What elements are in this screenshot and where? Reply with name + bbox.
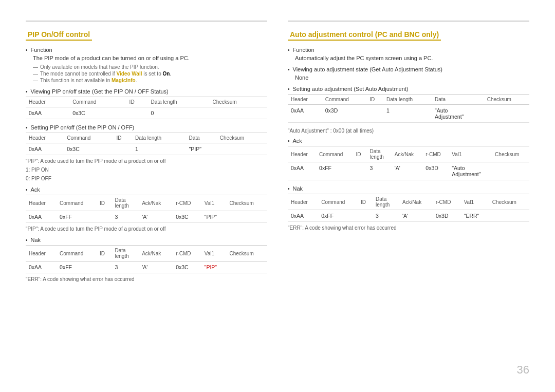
cell-datalength: 0 <box>147 107 209 119</box>
th-data-2: Data <box>186 133 217 143</box>
th-rcmd-r3: r-CMD <box>433 194 461 210</box>
th-checksum-r3: Checksum <box>489 194 529 210</box>
cell-id <box>353 162 367 180</box>
cell-acknak: 'A' <box>139 211 173 223</box>
th-val1-3: Val1 <box>201 195 227 211</box>
th-data-r1: Data <box>432 95 484 105</box>
th-datalength-1: Data length <box>147 97 209 107</box>
ack-bullet: • Ack <box>26 186 267 193</box>
cell-rcmd: 0x3C <box>173 262 201 273</box>
pip-table-2: Header Command ID Data length Data Check… <box>26 133 267 155</box>
th-header-1: Header <box>26 97 69 107</box>
th-id-4: ID <box>97 246 112 262</box>
cell-command: 0x3C <box>69 107 126 119</box>
right-viewing-group: • Viewing auto adjustment state (Get Aut… <box>288 66 529 81</box>
cell-data: "AutoAdjustment" <box>432 105 484 123</box>
th-acknak-r2: Ack/Nak <box>392 146 423 162</box>
bullet-dot-r2: • <box>288 67 290 72</box>
setting-pip-label: Setting PIP on/off (Set the PIP ON / OFF… <box>31 124 135 130</box>
right-ack-group: • Ack Header Command ID Datalength Ack/N… <box>288 138 529 180</box>
note-text-2: The mode cannot be controlled if Video W… <box>40 71 171 77</box>
th-id-3: ID <box>97 195 112 211</box>
th-header-3: Header <box>26 195 57 211</box>
pip-note-2: 1: PIP ON <box>26 167 267 173</box>
th-command-r1: Command <box>322 95 367 105</box>
cell-val1: "PIP" <box>201 211 227 223</box>
right-setting-bullet: • Setting auto adjustment (Set Auto Adju… <box>288 86 529 92</box>
cell-command: 0x3C <box>64 143 113 155</box>
cell-datalength: 3 <box>367 162 392 180</box>
th-data-r2: Datalength <box>367 146 392 162</box>
th-id-r3: ID <box>358 194 373 210</box>
th-val1-r3: Val1 <box>461 194 489 210</box>
auto-note: "Auto Adjustment" : 0x00 (at all times) <box>288 128 529 134</box>
right-ack-bullet: • Ack <box>288 138 529 144</box>
th-data-r3: Datalength <box>373 194 399 210</box>
th-header-r1: Header <box>288 95 322 105</box>
bullet-dot-r1: • <box>288 47 290 53</box>
table-row: 0xAA 0xFF 3 'A' 0x3D "ERR" <box>288 210 529 222</box>
cell-checksum <box>227 262 268 273</box>
auto-table-1: Header Command ID Data length Data Check… <box>288 94 529 123</box>
cell-datalength: 1 <box>132 143 186 155</box>
cell-command: 0xFF <box>318 210 358 222</box>
cell-id <box>97 211 112 223</box>
bullet-dot-r3: • <box>288 86 290 92</box>
th-data-3: Datalength <box>112 195 139 211</box>
cell-datalength: 3 <box>373 210 399 222</box>
viewing-pip-label: Viewing PIP on/off state (Get the PIP ON… <box>31 88 169 95</box>
th-checksum-1: Checksum <box>209 97 267 107</box>
bullet-dot-4: • <box>26 187 28 193</box>
th-command-2: Command <box>64 133 113 143</box>
left-column: PIP On/Off control • Function The PIP mo… <box>26 21 267 287</box>
page-number: 36 <box>517 363 529 377</box>
right-setting-group: • Setting auto adjustment (Set Auto Adju… <box>288 86 529 123</box>
cell-data: "PIP" <box>186 143 217 155</box>
cell-id <box>126 107 148 119</box>
th-command-r3: Command <box>318 194 358 210</box>
th-checksum-r2: Checksum <box>492 146 529 162</box>
cell-checksum <box>484 105 529 123</box>
table-row: 0xAA 0x3D 1 "AutoAdjustment" <box>288 105 529 123</box>
th-checksum-3: Checksum <box>227 195 268 211</box>
pip-table-1: Header Command ID Data length Checksum 0… <box>26 97 267 119</box>
left-err-note: "ERR": A code showing what error has occ… <box>26 276 267 282</box>
th-datalength-r1: Data length <box>383 95 432 105</box>
cell-header: 0xAA <box>26 143 64 155</box>
note-line-2: The mode cannot be controlled if Video W… <box>33 71 267 77</box>
cell-val1: "PIP" <box>201 262 227 273</box>
th-header-r2: Header <box>288 146 316 162</box>
cell-command: 0xFF <box>57 211 97 223</box>
viewing-pip-bullet: • Viewing PIP on/off state (Get the PIP … <box>26 88 267 95</box>
right-err-note: "ERR": A code showing what error has occ… <box>288 225 529 231</box>
cell-checksum <box>209 107 267 119</box>
ack-group: • Ack Header Command ID Datalength Ack/N… <box>26 186 267 232</box>
right-nak-group: • Nak Header Command ID Datalength Ack/N… <box>288 185 529 231</box>
cell-header: 0xAA <box>26 107 69 119</box>
cell-acknak: 'A' <box>392 162 423 180</box>
nak-group: • Nak Header Command ID Datalength Ack/N… <box>26 237 267 282</box>
cell-val1: "AutoAdjustment" <box>449 162 492 180</box>
setting-pip-group: • Setting PIP on/off (Set the PIP ON / O… <box>26 124 267 181</box>
note-text-3: This function is not available in MagicI… <box>40 78 137 83</box>
cell-datalength: 1 <box>383 105 432 123</box>
pip-note-1: "PIP": A code used to turn the PIP mode … <box>26 158 267 164</box>
cell-datalength: 3 <box>112 262 139 273</box>
th-checksum-2: Checksum <box>217 133 267 143</box>
th-command-r2: Command <box>316 146 353 162</box>
th-command-4: Command <box>57 246 97 262</box>
th-acknak-4: Ack/Nak <box>139 246 173 262</box>
function-desc: The PIP mode of a product can be turned … <box>33 55 267 61</box>
note-line-1: Only available on models that have the P… <box>33 64 267 70</box>
cell-rcmd: 0x3D <box>433 210 461 222</box>
setting-pip-bullet: • Setting PIP on/off (Set the PIP ON / O… <box>26 124 267 130</box>
cell-id <box>358 210 373 222</box>
th-id-2: ID <box>114 133 132 143</box>
th-rcmd-r2: r-CMD <box>422 146 449 162</box>
bullet-dot-r5: • <box>288 186 290 192</box>
bullet-dot-2: • <box>26 89 28 95</box>
nak-label: Nak <box>31 237 41 243</box>
cell-checksum <box>492 162 529 180</box>
th-command-3: Command <box>57 195 97 211</box>
th-header-r3: Header <box>288 194 318 210</box>
